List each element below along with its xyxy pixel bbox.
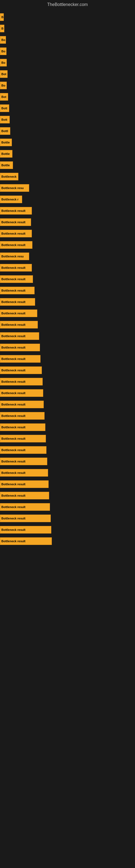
bar-label: Bo xyxy=(0,59,7,66)
bar-label: Bottleneck result xyxy=(0,515,51,522)
bar-label: Bo xyxy=(0,48,6,55)
bar-row: Bottleneck r xyxy=(0,194,135,205)
bar-label: Bottleneck result xyxy=(0,435,46,442)
bar-label: Bottleneck result xyxy=(0,264,32,272)
bar-label: Bottleneck result xyxy=(0,287,35,294)
bar-label: Bottleneck result xyxy=(0,526,51,533)
bar-label: Bottleneck result xyxy=(0,275,33,283)
bar-row: Bottleneck resu xyxy=(0,183,135,193)
bar-label: Bottleneck resu xyxy=(0,252,29,260)
bar-row: Bottleneck result xyxy=(0,206,135,216)
bar-label: Bottle xyxy=(0,138,12,146)
bar-row: Bottleneck result xyxy=(0,331,135,341)
bar-row: Bott xyxy=(0,103,135,113)
bar-label: Bottleneck result xyxy=(0,207,32,215)
bar-row: Bottleneck result xyxy=(0,297,135,307)
bar-label: Bottleneck result xyxy=(0,424,45,431)
bar-row: Bottl xyxy=(0,126,135,136)
bar-row: Bot xyxy=(0,92,135,102)
bar-row: Bottleneck result xyxy=(0,456,135,467)
bar-label: Bottleneck result xyxy=(0,367,42,374)
bar-row: Bottleneck result xyxy=(0,445,135,455)
bar-label: Bottleneck result xyxy=(0,321,38,329)
bar-row: Bottleneck result xyxy=(0,490,135,501)
bar-row: Bottleneck result xyxy=(0,308,135,318)
bar-label: Bottleneck result xyxy=(0,298,35,306)
bar-row: Bo xyxy=(0,46,135,56)
bar-row: Bottleneck result xyxy=(0,342,135,352)
bar-row: Bottleneck result xyxy=(0,513,135,524)
bar-label: Bot xyxy=(0,93,8,101)
bar-row: Bottle xyxy=(0,149,135,159)
bar-label: Bottleneck result xyxy=(0,344,40,351)
bar-label: Bott xyxy=(0,104,9,112)
bar-row: Bottleneck result xyxy=(0,217,135,227)
bar-label: Bottleneck result xyxy=(0,332,39,340)
bar-label: B xyxy=(0,13,4,21)
bar-row: Bottleneck result xyxy=(0,399,135,410)
bar-row: Bottleneck result xyxy=(0,422,135,432)
bar-row: Bottleneck result xyxy=(0,525,135,535)
bar-row: B xyxy=(0,12,135,22)
bar-row: Bottleneck result xyxy=(0,365,135,375)
bar-label: Bottleneck result xyxy=(0,537,52,545)
bar-label: Bottle xyxy=(0,161,13,169)
bar-label: Bottleneck result xyxy=(0,469,48,476)
bar-row: Bo xyxy=(0,80,135,91)
bar-label: Bottleneck result xyxy=(0,218,31,226)
bar-label: Bottl xyxy=(0,127,10,135)
bar-row: Bottleneck result xyxy=(0,240,135,250)
bar-row: Bottleneck result xyxy=(0,479,135,489)
bar-label: Bottleneck resu xyxy=(0,184,29,192)
bar-row: Bottleneck result xyxy=(0,468,135,478)
bar-row: Bottleneck result xyxy=(0,376,135,387)
bar-label: Bottleneck result xyxy=(0,389,43,397)
bar-label: Bott xyxy=(0,116,10,123)
bar-row: Bo xyxy=(0,35,135,45)
bar-label: Bottleneck result xyxy=(0,401,44,408)
bar-row: Bottleneck result xyxy=(0,262,135,273)
bar-row: Bottle xyxy=(0,137,135,148)
bar-row: Bottleneck result xyxy=(0,228,135,239)
bar-label: Bottleneck result xyxy=(0,310,37,317)
bar-label: Bottleneck r xyxy=(0,195,22,203)
bar-label: Bottleneck result xyxy=(0,480,49,488)
bar-row: Bottleneck result xyxy=(0,433,135,444)
bar-row: Bo xyxy=(0,58,135,68)
bar-label: Bottleneck result xyxy=(0,241,32,249)
bar-row: Bottleneck result xyxy=(0,319,135,330)
bar-row: Bot xyxy=(0,69,135,79)
bar-label: Bottleneck result xyxy=(0,230,32,237)
bar-label: Bottleneck result xyxy=(0,458,47,465)
bar-label: Bottleneck result xyxy=(0,492,49,499)
bar-row: Bottleneck resu xyxy=(0,251,135,261)
bar-row: Bottleneck xyxy=(0,172,135,182)
bar-row: Bottleneck result xyxy=(0,354,135,364)
bar-row: Bottleneck result xyxy=(0,502,135,512)
bar-label: Bot xyxy=(0,70,8,78)
site-title: TheBottlenecker.com xyxy=(0,0,135,9)
bars-container: BBBoBoBoBotBoBotBottBottBottlBottleBottl… xyxy=(0,9,135,550)
bar-row: Bott xyxy=(0,115,135,125)
bar-row: Bottleneck result xyxy=(0,536,135,546)
bar-label: Bo xyxy=(0,82,7,89)
bar-label: Bottleneck result xyxy=(0,378,43,385)
bar-label: Bottleneck result xyxy=(0,503,50,511)
bar-label: Bo xyxy=(0,36,6,44)
bar-row: B xyxy=(0,23,135,34)
bar-row: Bottleneck result xyxy=(0,411,135,421)
bar-row: Bottleneck result xyxy=(0,274,135,284)
bar-label: B xyxy=(0,25,4,32)
bar-label: Bottle xyxy=(0,150,12,158)
bar-row: Bottleneck result xyxy=(0,388,135,398)
bar-label: Bottleneck xyxy=(0,173,18,180)
bar-row: Bottleneck result xyxy=(0,285,135,296)
bar-row: Bottle xyxy=(0,160,135,170)
bar-label: Bottleneck result xyxy=(0,446,46,454)
bar-label: Bottleneck result xyxy=(0,355,41,363)
bar-label: Bottleneck result xyxy=(0,412,45,420)
